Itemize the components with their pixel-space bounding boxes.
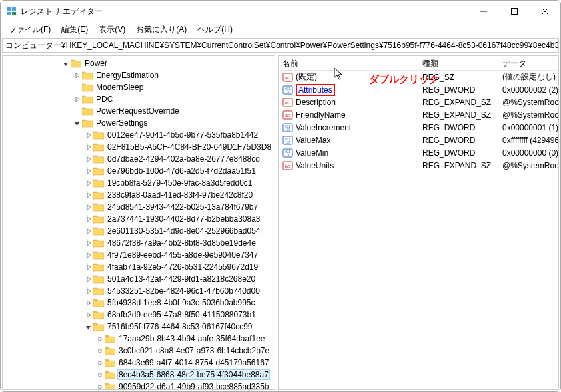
folder-icon bbox=[93, 310, 104, 319]
maximize-button[interactable] bbox=[499, 1, 530, 22]
list-row[interactable]: abDescriptionREG_EXPAND_SZ@%SystemRoot bbox=[279, 96, 558, 108]
chevron-down-icon[interactable] bbox=[73, 120, 81, 127]
tree-item[interactable]: 19cbb8fa-5279-450e-9fac-8a3d5fedd0c1 bbox=[3, 177, 275, 189]
chevron-right-icon[interactable] bbox=[85, 180, 92, 187]
value-name: (既定) bbox=[296, 71, 317, 83]
folder-icon bbox=[105, 358, 115, 367]
svg-rect-5 bbox=[512, 9, 518, 15]
tree-item[interactable]: 5fb4938d-1ee8-4b0f-9a3c-5036b0ab995c bbox=[3, 297, 275, 309]
value-data: @%SystemRoot bbox=[498, 161, 558, 170]
tree-item-label: 8ec4b3a5-6868-48c2-be75-4f3044be88a7 bbox=[117, 369, 270, 380]
tree-item[interactable]: 238c9fa8-0aad-41ed-83f4-97be242c8f20 bbox=[3, 189, 275, 201]
chevron-right-icon[interactable] bbox=[85, 299, 92, 307]
tree-item[interactable]: Power bbox=[3, 57, 275, 69]
tree-item[interactable]: 4f971e89-eebd-4455-a8de-9e59040e7347 bbox=[3, 249, 275, 261]
tree-item[interactable]: 684c3e69-a4f7-4014-8754-d45179a56167 bbox=[3, 357, 275, 369]
tree-item[interactable]: 02F815B5-A5CF-4C84-BF20-649D1F75D3D8 bbox=[3, 141, 275, 153]
svg-text:ab: ab bbox=[285, 75, 290, 80]
tree-item[interactable]: 501a4d13-42af-4429-9fd1-a8218c268e20 bbox=[3, 273, 275, 285]
tree-item[interactable]: 48672f38-7a9a-4bb2-8bf8-3d85be19de4e bbox=[3, 237, 275, 249]
tree-item[interactable]: 8ec4b3a5-6868-48c2-be75-4f3044be88a7 bbox=[3, 369, 275, 381]
tree-item-label: 90959d22-d6a1-49b9-af93-bce885ad335b bbox=[117, 382, 271, 390]
col-data[interactable]: データ bbox=[498, 56, 558, 70]
list-row[interactable]: 011110AttributesREG_DWORD0x00000002 (2) bbox=[279, 83, 558, 96]
chevron-right-icon[interactable] bbox=[73, 96, 81, 103]
folder-icon bbox=[82, 106, 93, 116]
minimize-button[interactable] bbox=[468, 1, 499, 22]
chevron-right-icon[interactable] bbox=[85, 144, 92, 151]
tree-item[interactable]: 17aaa29b-8b43-4b94-aafe-35f64daaf1ee bbox=[3, 333, 275, 345]
tree-item-label: 02F815B5-A5CF-4C84-BF20-649D1F75D3D8 bbox=[106, 142, 273, 152]
tree-item[interactable]: 4faab71a-92e5-4726-b531-224559672d19 bbox=[3, 261, 275, 273]
tree-item[interactable]: 90959d22-d6a1-49b9-af93-bce885ad335b bbox=[3, 381, 275, 390]
chevron-right-icon[interactable] bbox=[85, 264, 92, 271]
binary-value-icon: 011110 bbox=[282, 122, 293, 133]
chevron-right-icon[interactable] bbox=[85, 216, 92, 223]
tree-item[interactable]: 0012ee47-9041-4b5d-9b77-535fba8b1442 bbox=[3, 129, 275, 141]
tree-item[interactable]: 68afb2d9-ee95-47a8-8f50-4115088073b1 bbox=[3, 309, 275, 321]
chevron-right-icon[interactable] bbox=[96, 383, 103, 391]
folder-icon bbox=[93, 238, 104, 248]
chevron-right-icon[interactable] bbox=[85, 240, 92, 247]
tree-item-label: 17aaa29b-8b43-4b94-aafe-35f64daaf1ee bbox=[117, 334, 267, 343]
chevron-down-icon[interactable] bbox=[62, 60, 69, 67]
tree-item-label: 245d8541-3943-4422-b025-13a784f679b7 bbox=[106, 202, 259, 212]
chevron-right-icon[interactable] bbox=[96, 371, 103, 379]
chevron-right-icon[interactable] bbox=[96, 359, 103, 367]
menu-favorites[interactable]: お気に入り(A) bbox=[131, 23, 192, 37]
chevron-right-icon[interactable] bbox=[85, 168, 92, 175]
tree-item[interactable]: 0d7dbae2-4294-402a-ba8e-26777e8488cd bbox=[3, 153, 275, 165]
chevron-right-icon[interactable] bbox=[85, 204, 92, 211]
chevron-right-icon[interactable] bbox=[85, 252, 92, 259]
tree-pane[interactable]: PowerEnergyEstimationModernSleepPDCPower… bbox=[2, 55, 275, 390]
svg-text:ab: ab bbox=[285, 164, 290, 168]
chevron-right-icon[interactable] bbox=[73, 72, 81, 79]
svg-text:ab: ab bbox=[285, 113, 290, 118]
tree-item[interactable]: 0e796bdb-100d-47d6-a2d5-f7d2daa51f51 bbox=[3, 165, 275, 177]
tree-item[interactable]: PDC bbox=[3, 93, 275, 105]
col-type[interactable]: 種類 bbox=[418, 56, 498, 70]
list-row[interactable]: abFriendlyNameREG_EXPAND_SZ@%SystemRoot bbox=[279, 108, 558, 121]
chevron-right-icon[interactable] bbox=[85, 156, 92, 163]
folder-icon bbox=[82, 83, 93, 92]
tree-item[interactable]: 3c0bc021-c8a8-4e07-a973-6b14cbcb2b7e bbox=[3, 345, 275, 357]
list-row[interactable]: ab(既定)REG_SZ(値の設定なし) bbox=[279, 71, 558, 83]
tree-item-label: 48672f38-7a9a-4bb2-8bf8-3d85be19de4e bbox=[106, 238, 257, 248]
menu-file[interactable]: ファイル(F) bbox=[3, 23, 56, 37]
chevron-right-icon[interactable] bbox=[85, 192, 92, 199]
tree-item[interactable]: 2e601130-5351-4d9d-8e04-252966bad054 bbox=[3, 225, 275, 237]
tree-item[interactable]: 54533251-82be-4824-96c1-47b60b740d00 bbox=[3, 285, 275, 297]
chevron-right-icon[interactable] bbox=[96, 335, 103, 343]
folder-icon bbox=[93, 322, 104, 331]
tree-item[interactable]: 245d8541-3943-4422-b025-13a784f679b7 bbox=[3, 201, 275, 213]
chevron-right-icon[interactable] bbox=[85, 276, 92, 283]
list-row[interactable]: abValueUnitsREG_EXPAND_SZ@%SystemRoot bbox=[279, 159, 558, 172]
address-bar[interactable]: コンピューター¥HKEY_LOCAL_MACHINE¥SYSTEM¥Curren… bbox=[2, 38, 559, 53]
list-row[interactable]: 011110ValueMaxREG_DWORD0xffffffff (42949… bbox=[279, 134, 558, 146]
tree-item-label: 2e601130-5351-4d9d-8e04-252966bad054 bbox=[106, 226, 262, 236]
app-icon bbox=[6, 6, 17, 17]
value-data: 0x00000000 (0) bbox=[498, 148, 558, 158]
chevron-right-icon[interactable] bbox=[85, 311, 92, 319]
close-button[interactable] bbox=[530, 1, 560, 22]
list-row[interactable]: 011110ValueIncrementREG_DWORD0x00000001 … bbox=[279, 121, 558, 134]
chevron-right-icon[interactable] bbox=[96, 347, 103, 355]
list-row[interactable]: 011110ValueMinREG_DWORD0x00000000 (0) bbox=[279, 146, 558, 159]
chevron-right-icon[interactable] bbox=[85, 228, 92, 235]
tree-item[interactable]: 2a737441-1930-4402-8d77-b2bebba308a3 bbox=[3, 213, 275, 225]
chevron-down-icon[interactable] bbox=[85, 323, 92, 331]
tree-item[interactable]: EnergyEstimation bbox=[3, 69, 275, 81]
menu-edit[interactable]: 編集(E) bbox=[56, 23, 93, 37]
chevron-right-icon[interactable] bbox=[85, 132, 92, 139]
menu-view[interactable]: 表示(V) bbox=[93, 23, 131, 37]
chevron-right-icon[interactable] bbox=[85, 288, 92, 295]
tree-item[interactable]: PowerSettings bbox=[3, 117, 275, 129]
tree-item[interactable]: ModernSleep bbox=[3, 81, 275, 93]
svg-text:110: 110 bbox=[285, 141, 290, 144]
menu-help[interactable]: ヘルプ(H) bbox=[192, 23, 238, 37]
tree-item[interactable]: PowerRequestOverride bbox=[3, 105, 275, 117]
tree-item[interactable]: 7516b95f-f776-4464-8c53-06167f40cc99 bbox=[3, 321, 275, 333]
col-name[interactable]: 名前 bbox=[279, 56, 418, 70]
list-header: 名前 種類 データ bbox=[279, 56, 558, 71]
list-pane[interactable]: 名前 種類 データ ab(既定)REG_SZ(値の設定なし)011110Attr… bbox=[278, 55, 559, 390]
